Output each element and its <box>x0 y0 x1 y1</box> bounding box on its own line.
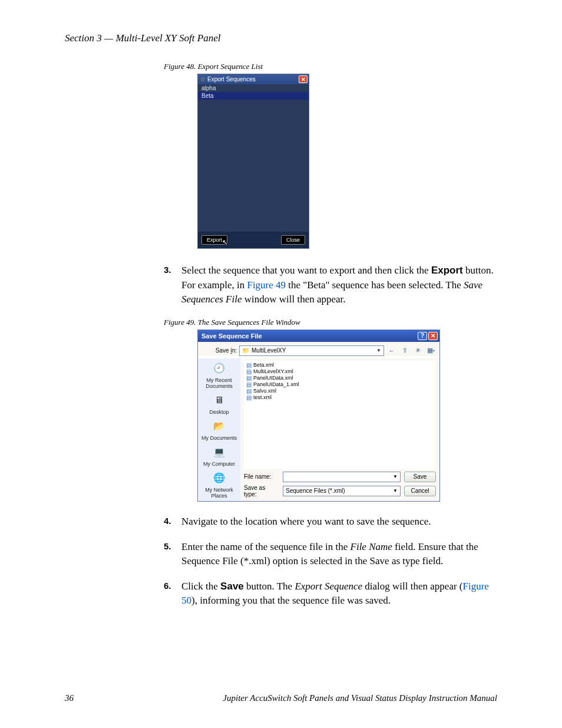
places-sidebar: 🕘My Recent Documents 🖥Desktop 📂My Docume… <box>198 358 240 501</box>
export-sequences-dialog: ☆Export Sequences ✕ alpha Beta Export ↖ … <box>197 74 309 249</box>
file-item[interactable]: ▤Beta.xml <box>246 362 434 368</box>
list-item[interactable]: alpha <box>198 84 309 92</box>
chevron-down-icon: ▼ <box>393 488 398 493</box>
documents-icon: 📂 <box>211 419 227 434</box>
save-in-label: Save in: <box>201 347 237 354</box>
figure-48-caption: Figure 48. Export Sequence List <box>164 62 497 71</box>
dialog-titlebar: ☆Export Sequences ✕ <box>198 74 309 84</box>
cancel-button[interactable]: Cancel <box>404 486 436 496</box>
step-number: 5. <box>164 540 171 553</box>
figure-49-link[interactable]: Figure 49 <box>247 279 286 291</box>
filename-label: File name: <box>244 473 279 480</box>
section-header: Section 3 — Multi-Level XY Soft Panel <box>65 32 497 44</box>
step-6: 6. Click the Save button. The Export Seq… <box>164 579 497 608</box>
xml-icon: ▤ <box>246 381 252 388</box>
xml-icon: ▤ <box>246 368 252 375</box>
computer-icon: 💻 <box>211 444 227 460</box>
close-icon[interactable]: ✕ <box>428 332 438 340</box>
step-5: 5. Enter the name of the sequence file i… <box>164 540 497 569</box>
saveastype-label: Save as type: <box>244 485 279 498</box>
close-button[interactable]: Close <box>281 235 305 245</box>
figure-49: Figure 49. The Save Sequences File Windo… <box>65 318 497 502</box>
xml-icon: ▤ <box>246 362 252 368</box>
up-folder-icon[interactable]: ⇧ <box>399 346 410 355</box>
sidebar-item-documents[interactable]: 📂My Documents <box>201 419 237 441</box>
dialog-footer: Export ↖ Close <box>198 232 309 248</box>
file-item[interactable]: ▤Salvo.xml <box>246 388 434 394</box>
sidebar-item-network[interactable]: 🌐My Network Places <box>199 470 239 499</box>
help-icon[interactable]: ? <box>418 332 427 340</box>
export-button[interactable]: Export ↖ <box>201 235 227 245</box>
dialog-titlebar: Save Sequence File ? ✕ <box>198 330 439 342</box>
sidebar-item-recent[interactable]: 🕘My Recent Documents <box>199 361 239 389</box>
save-button[interactable]: Save <box>404 472 436 482</box>
sidebar-item-desktop[interactable]: 🖥Desktop <box>209 393 229 415</box>
export-label: Export <box>431 265 463 276</box>
file-item[interactable]: ▤PanelUIData_1.xml <box>246 381 434 388</box>
new-folder-icon[interactable]: ✳ <box>412 346 423 355</box>
desktop-icon: 🖥 <box>211 393 227 408</box>
views-icon[interactable]: ▦▾ <box>425 346 436 355</box>
back-icon[interactable]: ← <box>386 346 397 355</box>
page-footer: 36 Jupiter AccuSwitch Soft Panels and Vi… <box>65 693 497 703</box>
sequence-list[interactable]: alpha Beta <box>198 84 309 232</box>
figure-49-caption: Figure 49. The Save Sequences File Windo… <box>164 318 497 327</box>
cursor-icon: ↖ <box>222 238 228 246</box>
close-icon[interactable]: ✕ <box>299 75 308 83</box>
chevron-down-icon: ▼ <box>376 348 381 353</box>
dialog-title: ☆Export Sequences <box>200 76 256 83</box>
file-item[interactable]: ▤PanelUIData.xml <box>246 375 434 381</box>
dialog-title: Save Sequence File <box>201 332 262 340</box>
recent-icon: 🕘 <box>211 361 227 376</box>
page-number: 36 <box>65 693 74 703</box>
toolbar-icons: ← ⇧ ✳ ▦▾ <box>386 346 436 355</box>
save-in-row: Save in: 📁MultiLevelXY ▼ ← ⇧ ✳ ▦▾ <box>201 345 436 356</box>
file-item[interactable]: ▤MultiLevelXY.xml <box>246 368 434 375</box>
save-in-select[interactable]: 📁MultiLevelXY ▼ <box>239 345 384 356</box>
step-number: 3. <box>164 263 171 276</box>
footer-title: Jupiter AccuSwitch Soft Panels and Visua… <box>223 693 497 703</box>
xml-icon: ▤ <box>246 375 252 381</box>
network-icon: 🌐 <box>211 470 227 486</box>
figure-48: Figure 48. Export Sequence List ☆Export … <box>65 62 497 249</box>
step-4: 4. Navigate to the location where you wa… <box>164 515 497 529</box>
folder-icon: 📁 <box>242 347 249 354</box>
xml-icon: ▤ <box>246 388 252 394</box>
save-sequence-file-dialog: Save Sequence File ? ✕ Save in: 📁MultiLe… <box>197 330 440 502</box>
saveastype-select[interactable]: Sequence Files (*.xml)▼ <box>283 486 401 496</box>
sidebar-item-computer[interactable]: 💻My Computer <box>203 444 235 467</box>
chevron-down-icon: ▼ <box>393 474 398 479</box>
list-item[interactable]: Beta <box>198 92 309 100</box>
file-item[interactable]: ▤test.xml <box>246 394 434 401</box>
step-3: 3. Select the sequence that you want to … <box>164 263 497 307</box>
step-number: 6. <box>164 579 171 592</box>
xml-icon: ▤ <box>246 394 252 401</box>
filename-input[interactable]: ▼ <box>283 472 401 482</box>
file-list[interactable]: ▤Beta.xml ▤MultiLevelXY.xml ▤PanelUIData… <box>244 361 436 469</box>
step-number: 4. <box>164 515 171 528</box>
